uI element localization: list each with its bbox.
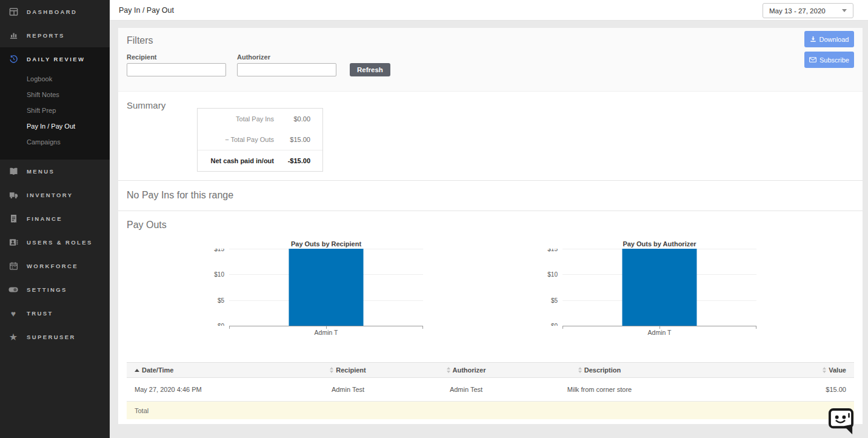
sidebar-item-shift-prep[interactable]: Shift Prep	[0, 103, 110, 118]
column-label: Authorizer	[453, 366, 486, 374]
sidebar-item-finance[interactable]: FINANCE	[0, 207, 110, 231]
sidebar-item-dashboard[interactable]: DASHBOARD	[0, 0, 110, 24]
sort-icon	[823, 367, 826, 373]
column-label: Date/Time	[142, 366, 173, 374]
cell-description: Milk from corner store	[527, 386, 672, 393]
summary-row: − Total Pay Outs $15.00	[198, 129, 322, 150]
sidebar: DASHBOARD REPORTS DAILY REVIEW Logbook S…	[0, 0, 110, 438]
sidebar-item-settings[interactable]: SETTINGS	[0, 278, 110, 302]
dashboard-icon	[8, 7, 19, 16]
download-button[interactable]: Download	[804, 31, 854, 47]
chart-pay-outs-by-authorizer: Pay Outs by Authorizer $0$5$10$15 Admin …	[537, 240, 756, 337]
column-header-description[interactable]: Description	[527, 366, 672, 374]
subscribe-button[interactable]: Subscribe	[804, 52, 854, 68]
sidebar-item-users-roles[interactable]: USERS & ROLES	[0, 231, 110, 254]
history-icon	[8, 55, 19, 64]
summary-box: Total Pay Ins $0.00 − Total Pay Outs $15…	[197, 108, 323, 172]
no-pay-ins-message: No Pay Ins for this range	[127, 190, 854, 201]
total-label: Total	[127, 407, 290, 414]
main-content: Filters Recipient Authorizer Refresh Do	[110, 21, 868, 424]
charts-row: Pay Outs by Recipient $0$5$10$15 Admin T…	[118, 240, 863, 337]
inventory-icon	[8, 190, 19, 200]
chart-plot-area	[229, 249, 423, 326]
sort-icon	[330, 367, 333, 373]
filters-section: Filters Recipient Authorizer Refresh Do	[118, 28, 863, 92]
sidebar-item-pay-in-pay-out[interactable]: Pay In / Pay Out	[0, 118, 110, 134]
pay-outs-table: Date/Time Recipient Authorizer Descripti…	[127, 362, 854, 419]
chart-title: Pay Outs by Authorizer	[537, 240, 756, 248]
chart-plot-area	[563, 249, 756, 326]
chart-x-axis: Admin T	[563, 326, 756, 337]
pay-ins-section: No Pay Ins for this range	[118, 180, 863, 211]
sidebar-item-trust[interactable]: ♥ TRUST	[0, 302, 110, 325]
sidebar-item-workforce[interactable]: WORKFORCE	[0, 254, 110, 278]
table-total-row: Total	[127, 401, 854, 419]
sort-asc-icon	[135, 369, 139, 372]
summary-net-value: -$15.00	[284, 157, 310, 164]
summary-net-label: Net cash paid in/out	[204, 157, 274, 164]
refresh-button[interactable]: Refresh	[350, 63, 390, 76]
topbar: Pay In / Pay Out May 13 - 27, 2020	[110, 0, 868, 21]
subscribe-label: Subscribe	[820, 56, 849, 64]
column-label: Value	[829, 366, 846, 374]
summary-row-value: $0.00	[284, 115, 310, 123]
y-tick-label: $15	[214, 249, 224, 252]
cell-recipient: Admin Test	[290, 386, 406, 393]
column-header-recipient[interactable]: Recipient	[290, 366, 406, 374]
y-tick-label: $10	[214, 271, 224, 278]
reports-icon	[8, 31, 19, 40]
y-tick-label: $5	[218, 297, 224, 303]
sidebar-item-menus[interactable]: MENUS	[0, 160, 110, 183]
chatbot-icon	[828, 408, 855, 435]
column-header-authorizer[interactable]: Authorizer	[406, 366, 527, 374]
date-range-select[interactable]: May 13 - 27, 2020	[763, 3, 853, 18]
content-panel: Filters Recipient Authorizer Refresh Do	[118, 28, 863, 424]
sidebar-item-campaigns[interactable]: Campaigns	[0, 134, 110, 150]
chevron-down-icon	[842, 9, 847, 12]
y-tick-label: $0	[551, 323, 558, 326]
table-row: May 27, 2020 4:46 PM Admin Test Admin Te…	[127, 378, 854, 401]
sidebar-item-label: SETTINGS	[27, 286, 67, 293]
page-title: Pay In / Pay Out	[119, 6, 174, 15]
column-header-value[interactable]: Value	[672, 366, 854, 374]
sidebar-item-superuser[interactable]: ★ SUPERUSER	[0, 325, 110, 349]
summary-row-label: − Total Pay Outs	[204, 136, 274, 143]
trust-icon: ♥	[8, 309, 19, 318]
finance-icon	[8, 214, 19, 223]
cell-authorizer: Admin Test	[406, 386, 527, 393]
sidebar-subitem-label: Shift Notes	[27, 91, 59, 98]
sidebar-subitem-label: Campaigns	[27, 138, 61, 146]
summary-row: Total Pay Ins $0.00	[198, 109, 322, 129]
sidebar-item-label: WORKFORCE	[27, 263, 78, 269]
sidebar-item-label: TRUST	[27, 310, 53, 317]
sidebar-item-label: FINANCE	[27, 215, 62, 222]
chatbot-widget[interactable]	[828, 408, 855, 435]
sort-icon	[447, 367, 450, 373]
envelope-icon	[809, 57, 816, 62]
sort-icon	[578, 367, 582, 373]
sidebar-item-inventory[interactable]: INVENTORY	[0, 183, 110, 207]
download-icon	[810, 36, 816, 42]
users-roles-icon	[8, 238, 19, 247]
authorizer-label: Authorizer	[237, 53, 336, 61]
column-header-date-time[interactable]: Date/Time	[127, 366, 290, 374]
sidebar-subitem-label: Shift Prep	[27, 107, 56, 114]
sidebar-item-reports[interactable]: REPORTS	[0, 24, 110, 47]
sidebar-group-daily-review: DAILY REVIEW Logbook Shift Notes Shift P…	[0, 47, 110, 160]
sidebar-item-label: DAILY REVIEW	[27, 56, 85, 62]
cell-date-time: May 27, 2020 4:46 PM	[127, 386, 290, 393]
sidebar-item-logbook[interactable]: Logbook	[0, 71, 110, 87]
chart-x-axis: Admin T	[229, 326, 423, 337]
sidebar-item-label: USERS & ROLES	[27, 239, 93, 246]
workforce-icon	[8, 261, 19, 271]
recipient-input[interactable]	[127, 63, 226, 76]
sidebar-item-label: MENUS	[27, 168, 55, 175]
summary-row-value: $15.00	[284, 136, 310, 143]
y-tick-label: $5	[551, 297, 558, 303]
pay-outs-heading: Pay Outs	[118, 220, 863, 231]
authorizer-input[interactable]	[237, 63, 336, 76]
sidebar-item-daily-review[interactable]: DAILY REVIEW	[0, 47, 110, 71]
sidebar-item-shift-notes[interactable]: Shift Notes	[0, 87, 110, 103]
summary-section: Summary Total Pay Ins $0.00 − Total Pay …	[118, 92, 863, 180]
column-label: Description	[584, 366, 621, 374]
